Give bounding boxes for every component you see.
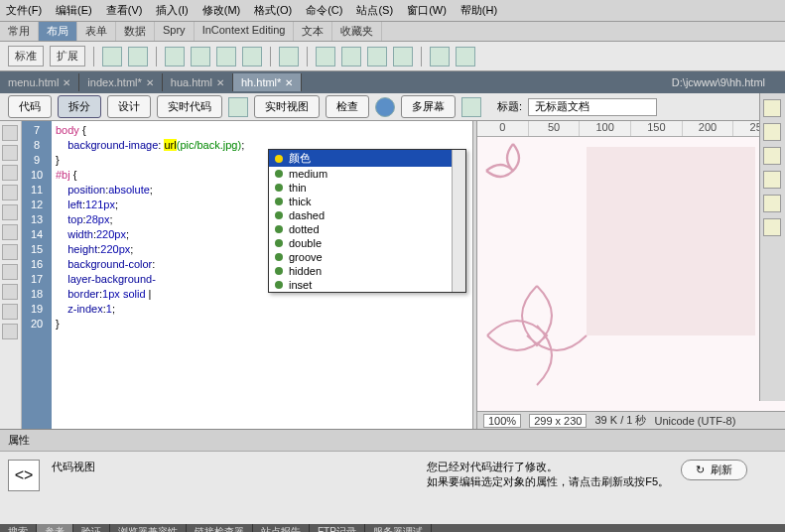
menu-insert[interactable]: 插入(I): [156, 3, 188, 18]
doc-tab-menu[interactable]: menu.html✕: [0, 73, 79, 91]
tab-common[interactable]: 常用: [0, 22, 39, 41]
refresh-button[interactable]: ↻ 刷新: [681, 460, 747, 480]
hint-item[interactable]: thin: [269, 181, 465, 195]
multiscreen-button[interactable]: 多屏幕: [401, 95, 456, 118]
insert-div-icon[interactable]: [102, 47, 122, 66]
mode-standard[interactable]: 标准: [8, 46, 44, 66]
hint-item-color[interactable]: 颜色: [269, 150, 465, 167]
hidden-chars-icon[interactable]: [2, 324, 18, 339]
menu-edit[interactable]: 编辑(E): [56, 3, 92, 18]
doc-tab-index[interactable]: index.html*✕: [79, 73, 162, 91]
hint-item[interactable]: thick: [269, 195, 465, 208]
globe-icon[interactable]: [375, 97, 395, 117]
zoom-level[interactable]: 100%: [483, 414, 521, 428]
databases-icon[interactable]: [763, 171, 781, 189]
view-split-button[interactable]: 拆分: [58, 95, 101, 118]
open-docs-icon[interactable]: [2, 125, 18, 141]
apdiv-bj[interactable]: [587, 147, 755, 335]
menu-modify[interactable]: 修改(M): [202, 3, 241, 18]
doc-tab-hh[interactable]: hh.html*✕: [233, 73, 302, 91]
tab-browser-compat[interactable]: 浏览器兼容性: [110, 524, 187, 532]
hint-item[interactable]: dashed: [269, 208, 465, 222]
code-content[interactable]: body { background-image: url(pic/back.jp…: [52, 121, 472, 429]
spry-menu-icon[interactable]: [165, 47, 185, 66]
menu-commands[interactable]: 命令(C): [306, 3, 342, 18]
table-icon[interactable]: [279, 47, 299, 66]
live-code-toggle-icon[interactable]: [228, 97, 248, 117]
collapse-icon[interactable]: [2, 145, 18, 161]
tab-spry[interactable]: Spry: [155, 22, 195, 41]
hint-item[interactable]: dotted: [269, 222, 465, 236]
menu-help[interactable]: 帮助(H): [460, 3, 497, 18]
tab-server-debug[interactable]: 服务器调试: [365, 524, 432, 532]
close-icon[interactable]: ✕: [146, 77, 154, 88]
code-editor[interactable]: 7891011121314151617181920 body { backgro…: [22, 121, 472, 429]
hint-item[interactable]: inset: [269, 278, 465, 292]
insert-apdiv-icon[interactable]: [128, 47, 148, 66]
files-icon[interactable]: [763, 195, 781, 212]
col-left-icon[interactable]: [367, 47, 387, 66]
assets-icon[interactable]: [763, 218, 781, 236]
hint-item[interactable]: groove: [269, 250, 465, 264]
canvas-dimensions[interactable]: 299 x 230: [529, 414, 587, 428]
col-right-icon[interactable]: [393, 47, 413, 66]
tab-validate[interactable]: 验证: [73, 524, 110, 532]
menu-view[interactable]: 查看(V): [106, 3, 143, 18]
row-below-icon[interactable]: [341, 47, 361, 66]
live-code-button[interactable]: 实时代码: [157, 95, 222, 118]
select-parent-icon[interactable]: [2, 185, 18, 200]
row-above-icon[interactable]: [316, 47, 335, 66]
design-canvas[interactable]: [477, 137, 785, 411]
refresh-icon[interactable]: [461, 97, 481, 117]
live-view-button[interactable]: 实时视图: [254, 95, 320, 118]
tab-site-reports[interactable]: 站点报告: [253, 524, 310, 532]
menu-format[interactable]: 格式(O): [254, 3, 292, 18]
view-code-button[interactable]: 代码: [8, 95, 52, 118]
code-hints-popup[interactable]: 颜色 medium thin thick dashed dotted doubl…: [268, 149, 466, 293]
tab-layout[interactable]: 布局: [39, 22, 77, 41]
spry-collapse-icon[interactable]: [242, 47, 262, 66]
menu-site[interactable]: 站点(S): [356, 3, 393, 18]
css-styles-icon[interactable]: [763, 99, 781, 117]
inspect-button[interactable]: 检查: [326, 95, 369, 118]
tab-data[interactable]: 数据: [116, 22, 155, 41]
iframe-icon[interactable]: [430, 47, 450, 66]
close-icon[interactable]: ✕: [216, 77, 224, 88]
hint-item[interactable]: double: [269, 236, 465, 250]
spry-tabs-icon[interactable]: [191, 47, 210, 66]
hint-label: hidden: [289, 265, 322, 277]
syntax-coloring-icon[interactable]: [2, 264, 18, 280]
close-icon[interactable]: ✕: [63, 77, 70, 88]
hint-label: thin: [289, 182, 307, 194]
auto-indent-icon[interactable]: [2, 284, 18, 300]
tab-search[interactable]: 搜索: [0, 524, 37, 532]
doc-tab-hua[interactable]: hua.html✕: [163, 73, 233, 91]
expand-icon[interactable]: [2, 165, 18, 181]
scrollbar[interactable]: [452, 150, 465, 292]
tag-inspector-icon[interactable]: [763, 147, 781, 165]
tab-text[interactable]: 文本: [294, 22, 332, 41]
word-wrap-icon[interactable]: [2, 304, 18, 320]
menu-file[interactable]: 文件(F): [6, 3, 42, 18]
tab-forms[interactable]: 表单: [77, 22, 116, 41]
properties-header[interactable]: 属性: [0, 430, 785, 452]
view-design-button[interactable]: 设计: [107, 95, 151, 118]
tab-ftp-log[interactable]: FTP记录: [310, 524, 365, 532]
ap-elements-icon[interactable]: [763, 123, 781, 141]
frames-icon[interactable]: [456, 47, 475, 66]
tab-reference[interactable]: 参考: [37, 524, 73, 532]
design-view[interactable]: 050100150200250 100% 299 x 230 39 K / 1 …: [477, 121, 785, 429]
hint-item[interactable]: hidden: [269, 264, 465, 278]
balance-braces-icon[interactable]: [2, 204, 18, 220]
spry-accordion-icon[interactable]: [216, 47, 236, 66]
tab-incontext[interactable]: InContext Editing: [195, 22, 295, 41]
title-input[interactable]: [528, 98, 657, 116]
line-numbers-icon[interactable]: [2, 224, 18, 240]
close-icon[interactable]: ✕: [285, 77, 293, 88]
tab-favorites[interactable]: 收藏夹: [332, 22, 382, 41]
highlight-invalid-icon[interactable]: [2, 244, 18, 260]
menu-window[interactable]: 窗口(W): [407, 3, 447, 18]
mode-expanded[interactable]: 扩展: [50, 46, 85, 66]
tab-link-checker[interactable]: 链接检查器: [187, 524, 253, 532]
hint-item[interactable]: medium: [269, 167, 465, 181]
